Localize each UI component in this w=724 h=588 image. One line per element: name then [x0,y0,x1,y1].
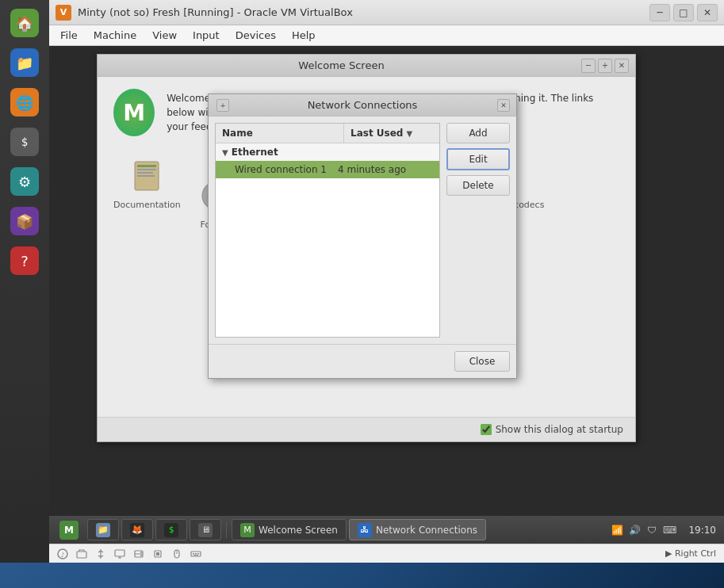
documentation-icon [127,156,167,196]
tray-network-icon[interactable]: 📶 [610,523,624,537]
software-icon: 📦 [10,207,39,235]
taskbar-icon-help[interactable]: ? [6,242,44,280]
svg-rect-32 [193,553,194,555]
firefox-taskbar-icon: 🦊 [130,523,144,537]
show-startup-label: Show this dialog at startup [496,424,623,435]
documentation-label: Documentation [113,200,181,210]
svg-rect-4 [137,175,155,177]
taskbar-icon-browser[interactable]: 🌐 [6,83,44,121]
welcome-minimize-btn[interactable]: ─ [581,59,596,73]
tray-keyboard-icon[interactable]: ⌨ [662,523,676,537]
taskbar-separator [226,522,227,538]
settings-icon: ⚙ [10,167,39,196]
menu-file[interactable]: File [52,27,86,44]
system-clock: 19:10 [684,525,720,536]
close-dialog-button[interactable]: Close [454,351,510,372]
tray-volume-icon[interactable]: 🔊 [627,523,642,537]
welcome-close-btn[interactable]: ✕ [615,59,629,73]
vm-taskbar-net-connections[interactable]: 🖧 Network Connections [349,519,486,540]
net-dialog-footer: Close [209,344,516,378]
status-mouse[interactable] [171,548,182,559]
show-startup-checkbox[interactable] [481,424,492,435]
net-dialog-content: Name Last Used ▼ ▼ Ethernet [209,116,516,344]
sys-tray: 📶 🔊 🛡 ⌨ [606,523,680,537]
taskbar-icon-home[interactable]: 🏠 [6,4,44,42]
browser-icon: 🌐 [10,88,39,116]
welcome-maximize-btn[interactable]: + [598,59,612,73]
group-expand-icon: ▼ [222,148,228,157]
vm-viewport: Welcome Screen ─ + ✕ M Welcome and thank… [49,46,724,544]
vbox-icon: V [56,5,71,21]
taskbar-icon-files[interactable]: 📁 [6,44,44,82]
connection-last-used: 4 minutes ago [338,164,433,175]
vbox-statusbar: ♪ ▶ Right [49,544,724,563]
status-usb[interactable] [95,548,106,559]
tray-shield-icon[interactable]: 🛡 [645,523,659,537]
svg-rect-3 [137,172,153,174]
svg-rect-21 [77,552,86,558]
vm-taskbar-btn-firefox[interactable]: 🦊 [121,519,153,540]
network-connections-dialog: + Network Connections ✕ Name Last Used ▼ [208,94,517,379]
net-close-btn[interactable]: ✕ [497,99,510,112]
vm-taskbar-btn-screen[interactable]: 🖥 [190,519,221,540]
net-titlebar: + Network Connections ✕ [209,94,516,116]
files-taskbar-icon: 📁 [96,523,110,537]
maximize-button[interactable]: □ [673,4,694,21]
edit-connection-button[interactable]: Edit [446,148,510,170]
status-display[interactable] [114,548,125,559]
minimize-button[interactable]: ─ [649,4,670,21]
net-list-scroll: ▼ Ethernet Wired connection 1 4 minutes … [216,143,439,337]
svg-rect-34 [197,553,199,555]
status-network[interactable] [76,548,87,559]
svg-point-25 [140,552,142,553]
net-group-ethernet[interactable]: ▼ Ethernet [216,143,439,161]
vm-taskbar-btn-terminal[interactable]: $ [155,519,187,540]
net-dialog-title: Network Connections [229,99,496,111]
menu-input[interactable]: Input [185,27,228,44]
vm-taskbar: M 📁 🦊 $ 🖥 M Welcome Screen [49,516,724,544]
net-connections-taskbar-icon: 🖧 [358,523,372,537]
add-connection-button[interactable]: Add [446,123,510,143]
menu-machine[interactable]: Machine [86,27,144,44]
menu-view[interactable]: View [144,27,185,44]
help-icon: ? [10,246,39,275]
vbox-titlebar: V Minty (not so) Fresh [Running] - Oracl… [49,0,724,25]
net-plus-btn[interactable]: + [216,99,229,112]
taskbar-icon-terminal[interactable]: $ [6,123,44,161]
right-ctrl-label: ▶ Right Ctrl [665,548,716,559]
mint-taskbar-icon: M [59,521,79,540]
net-list-header: Name Last Used ▼ [216,124,439,143]
menu-devices[interactable]: Devices [228,27,284,44]
icon-documentation[interactable]: Documentation [113,156,181,230]
svg-rect-35 [193,555,198,556]
vm-taskbar-welcome-screen[interactable]: M Welcome Screen [232,519,347,540]
status-cpu[interactable] [152,548,163,559]
net-connection-row[interactable]: Wired connection 1 4 minutes ago [216,161,439,178]
welcome-title: Welcome Screen [104,59,579,71]
welcome-titlebar: Welcome Screen ─ + ✕ [98,55,635,77]
taskbar-icon-software[interactable]: 📦 [6,202,44,240]
vm-taskbar-btn-files[interactable]: 📁 [87,519,119,540]
vm-taskbar-mint-icon[interactable]: M [53,519,85,540]
vbox-menubar: File Machine View Input Devices Help [49,25,724,46]
net-col-name: Name [216,124,344,143]
net-col-last-used: Last Used ▼ [344,124,439,143]
status-keyboard[interactable] [190,548,201,559]
mint-logo: M [113,89,155,136]
status-storage[interactable] [133,548,144,559]
net-connections-btn-label: Network Connections [376,525,477,536]
vbox-title: Minty (not so) Fresh [Running] - Oracle … [78,6,649,18]
svg-text:♪: ♪ [60,552,64,559]
vm-tray: 📶 🔊 🛡 ⌨ 19:10 [606,523,720,537]
svg-rect-22 [115,550,124,556]
home-icon: 🏠 [10,9,39,37]
delete-connection-button[interactable]: Delete [446,175,510,196]
status-audio[interactable]: ♪ [57,548,68,559]
welcome-screen-btn-label: Welcome Screen [259,525,338,536]
vbox-window: V Minty (not so) Fresh [Running] - Oracl… [49,0,724,563]
close-button[interactable]: ✕ [697,4,718,21]
terminal-taskbar-icon: $ [164,523,178,537]
welcome-footer: Show this dialog at startup [98,417,635,441]
menu-help[interactable]: Help [284,27,324,44]
taskbar-icon-settings[interactable]: ⚙ [6,162,44,200]
